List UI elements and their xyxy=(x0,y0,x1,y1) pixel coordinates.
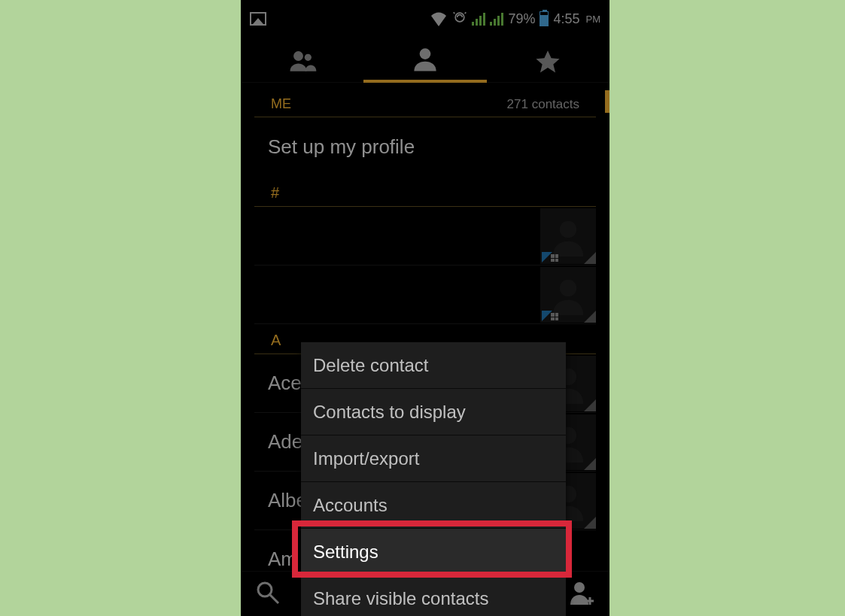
section-hash: # xyxy=(254,177,596,207)
setup-profile-row[interactable]: Set up my profile xyxy=(241,117,609,177)
overflow-menu: Delete contact Contacts to display Impor… xyxy=(301,342,566,616)
svg-point-4 xyxy=(304,53,311,60)
menu-contacts-to-display[interactable]: Contacts to display xyxy=(301,389,566,435)
signal-icon-1 xyxy=(472,12,485,26)
avatar-corner-icon xyxy=(584,517,596,529)
clock-ampm: PM xyxy=(586,14,601,25)
contact-name: Ade xyxy=(268,430,302,454)
signal-icon-2 xyxy=(490,12,503,26)
contact-name: Ace xyxy=(268,372,302,395)
menu-accounts[interactable]: Accounts xyxy=(301,482,566,529)
svg-line-12 xyxy=(270,595,278,603)
me-label: ME xyxy=(271,96,291,112)
clock-time: 4:55 xyxy=(553,11,579,27)
avatar[interactable] xyxy=(540,208,596,264)
contact-row[interactable] xyxy=(254,266,596,324)
tab-favorites[interactable] xyxy=(487,38,609,83)
vibrate-icon xyxy=(452,10,467,29)
contacts-count: 271 contacts xyxy=(507,97,579,112)
setup-profile-label: Set up my profile xyxy=(268,135,415,158)
battery-percent: 79% xyxy=(508,11,535,27)
search-icon[interactable] xyxy=(254,579,281,609)
avatar-corner-icon xyxy=(584,399,596,411)
scroll-indicator[interactable] xyxy=(605,90,609,113)
svg-line-1 xyxy=(454,12,455,14)
avatar-corner-icon xyxy=(584,311,596,323)
svg-point-13 xyxy=(574,582,585,593)
menu-import-export[interactable]: Import/export xyxy=(301,435,566,482)
contact-row[interactable] xyxy=(254,207,596,266)
tab-groups[interactable] xyxy=(241,38,363,83)
battery-icon xyxy=(540,11,549,26)
menu-share-visible-contacts[interactable]: Share visible contacts xyxy=(301,575,566,616)
svg-point-5 xyxy=(420,48,431,59)
svg-line-2 xyxy=(465,12,467,14)
wifi-icon xyxy=(430,11,448,26)
section-me: ME 271 contacts xyxy=(254,83,596,117)
svg-point-3 xyxy=(293,51,303,61)
contact-name: Am xyxy=(268,548,297,571)
status-bar: 79% 4:55 PM xyxy=(241,0,609,38)
tab-contacts[interactable] xyxy=(363,38,486,83)
avatar-corner-icon xyxy=(584,252,596,264)
svg-point-6 xyxy=(560,221,577,238)
tab-bar xyxy=(241,38,609,83)
gallery-notification-icon xyxy=(250,12,266,26)
avatar[interactable] xyxy=(540,267,596,323)
menu-settings[interactable]: Settings xyxy=(301,529,566,575)
account-grid-icon xyxy=(551,254,558,262)
add-contact-icon[interactable] xyxy=(569,579,596,609)
menu-delete-contact[interactable]: Delete contact xyxy=(301,342,566,389)
svg-point-11 xyxy=(258,583,272,596)
avatar-corner-icon xyxy=(584,458,596,470)
account-grid-icon xyxy=(551,313,558,320)
svg-point-7 xyxy=(560,280,577,297)
